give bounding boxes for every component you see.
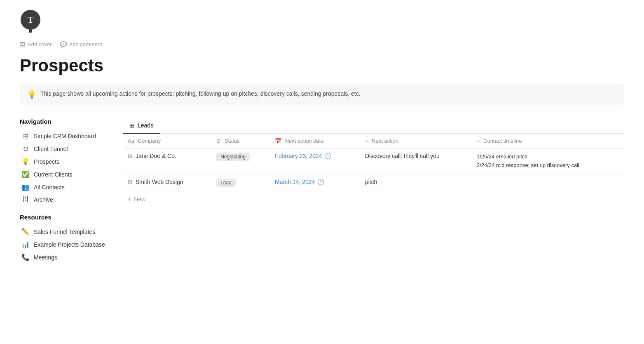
- cell-next-action-date: February 23, 2024🕐: [270, 148, 360, 174]
- callout-icon: 💡: [27, 90, 36, 99]
- plus-icon: +: [128, 196, 131, 203]
- cell-next-action: Discovery call: they'll call you: [360, 148, 472, 174]
- sidebar-item-label: Example Projects Database: [34, 241, 105, 248]
- phone-icon: 📞: [21, 253, 30, 261]
- cell-next-action: pitch: [360, 174, 472, 191]
- sidebar-item-label: All Contacts: [34, 184, 65, 191]
- logo-area: T: [20, 10, 624, 35]
- col-next-action-date: 📅 Next action date: [270, 134, 360, 148]
- tabs-bar: ⊞ Leads: [123, 118, 624, 134]
- col-company-icon: Aa: [128, 138, 134, 144]
- top-actions-bar: 🖼 Add cover 💬 Add comment: [20, 41, 624, 47]
- col-timeline-icon: ≡: [477, 138, 480, 144]
- cell-contact-timeline: [472, 174, 624, 191]
- sidebar-item-label: Current Clients: [34, 171, 72, 178]
- add-cover-button[interactable]: 🖼 Add cover: [20, 41, 52, 47]
- col-status-icon: ⊙: [216, 138, 221, 144]
- content-area: ⊞ Leads Aa Company ⊙: [123, 118, 624, 264]
- col-company: Aa Company: [123, 134, 211, 148]
- tab-leads[interactable]: ⊞ Leads: [123, 118, 160, 134]
- cell-status: Lead: [211, 174, 270, 191]
- sidebar-item-label: Simple CRM Dashboard: [34, 133, 96, 139]
- clock-icon: 🕐: [317, 179, 324, 185]
- sidebar: Navigation ⊞ Simple CRM Dashboard ⊙ Clie…: [20, 118, 123, 264]
- table-row[interactable]: ⊞Jane Doe & Co.NegotiatingFebruary 23, 2…: [123, 148, 624, 174]
- people-icon: 👥: [21, 183, 30, 191]
- sidebar-item-all-contacts[interactable]: 👥 All Contacts: [20, 181, 110, 193]
- sidebar-item-label: Sales Funnel Templates: [34, 229, 95, 235]
- navigation-section-title: Navigation: [20, 118, 110, 125]
- sidebar-item-label: Client Funnel: [34, 146, 68, 152]
- company-name: Jane Doe & Co.: [136, 153, 176, 159]
- company-db-icon: ⊞: [128, 179, 132, 185]
- col-action-icon: ≡: [365, 138, 368, 144]
- col-contact-timeline: ≡ Contact timeline: [472, 134, 624, 148]
- clock-icon: 🕐: [324, 153, 331, 159]
- archive-icon: 🗄: [21, 196, 30, 203]
- leads-table-wrapper: Aa Company ⊙ Status 📅 Next action date: [123, 134, 624, 207]
- chart-icon: 📊: [21, 240, 30, 248]
- callout-box: 💡 This page shows all upcoming actions f…: [20, 84, 624, 105]
- main-layout: Navigation ⊞ Simple CRM Dashboard ⊙ Clie…: [20, 118, 624, 264]
- sidebar-item-label: Prospects: [34, 158, 59, 165]
- tab-leads-label: Leads: [138, 122, 153, 129]
- col-status: ⊙ Status: [211, 134, 270, 148]
- page-title: Prospects: [20, 56, 624, 75]
- sidebar-item-prospects[interactable]: 💡 Prospects: [20, 156, 110, 167]
- add-new-row[interactable]: + New: [123, 191, 624, 207]
- date-value: March 14, 2024: [275, 179, 315, 185]
- pencil-icon: ✏️: [21, 228, 30, 236]
- sidebar-item-example-projects-db[interactable]: 📊 Example Projects Database: [20, 238, 110, 250]
- add-new-label: New: [134, 196, 145, 203]
- sidebar-item-label: Meetings: [34, 254, 57, 261]
- sidebar-item-simple-crm[interactable]: ⊞ Simple CRM Dashboard: [20, 130, 110, 142]
- grid-icon: ⊞: [21, 132, 30, 140]
- cell-company: ⊞Smith Web Design: [123, 174, 211, 191]
- sidebar-item-archive[interactable]: 🗄 Archive: [20, 194, 110, 205]
- logo-pin: [29, 29, 32, 33]
- sidebar-item-meetings[interactable]: 📞 Meetings: [20, 251, 110, 263]
- cell-next-action-date: March 14, 2024🕐: [270, 174, 360, 191]
- status-badge: Lead: [216, 179, 236, 187]
- company-name: Smith Web Design: [136, 179, 183, 185]
- col-next-action: ≡ Next action: [360, 134, 472, 148]
- cell-status: Negotiating: [211, 148, 270, 174]
- sidebar-item-label: Archive: [34, 196, 53, 203]
- add-cover-icon: 🖼: [20, 41, 25, 47]
- sidebar-item-current-clients[interactable]: ✅ Current Clients: [20, 168, 110, 180]
- cell-company: ⊞Jane Doe & Co.: [123, 148, 211, 174]
- status-badge: Negotiating: [216, 153, 250, 161]
- col-date-icon: 📅: [275, 138, 281, 144]
- page-container: T 🖼 Add cover 💬 Add comment Prospects 💡 …: [0, 0, 644, 344]
- company-db-icon: ⊞: [128, 153, 132, 159]
- table-row[interactable]: ⊞Smith Web DesignLeadMarch 14, 2024🕐pitc…: [123, 174, 624, 191]
- circle-arrow-icon: ⊙: [21, 145, 30, 153]
- table-header-row: Aa Company ⊙ Status 📅 Next action date: [123, 134, 624, 148]
- add-comment-button[interactable]: 💬 Add comment: [60, 41, 102, 47]
- leads-table: Aa Company ⊙ Status 📅 Next action date: [123, 134, 624, 191]
- logo-circle: T: [21, 10, 40, 30]
- cell-contact-timeline: 1/25/24 emailed pitch2/24/24 rc'd respon…: [472, 148, 624, 174]
- sidebar-item-sales-funnel-templates[interactable]: ✏️ Sales Funnel Templates: [20, 226, 110, 238]
- sidebar-item-client-funnel[interactable]: ⊙ Client Funnel: [20, 143, 110, 155]
- date-value: February 23, 2024: [275, 153, 322, 159]
- tab-leads-icon: ⊞: [129, 122, 134, 129]
- logo-icon: T: [20, 10, 41, 35]
- check-circle-icon: ✅: [21, 170, 30, 178]
- add-comment-icon: 💬: [60, 41, 67, 47]
- bulb-icon: 💡: [21, 158, 30, 165]
- resources-section-title: Resources: [20, 214, 110, 221]
- callout-text: This page shows all upcoming actions for…: [40, 90, 361, 98]
